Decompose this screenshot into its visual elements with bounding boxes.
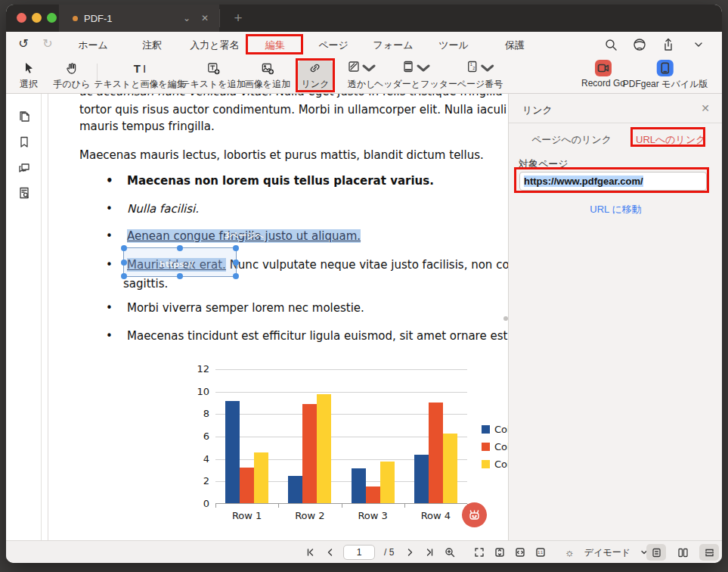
continuous-scroll-view-button[interactable] — [699, 544, 719, 561]
page-number-icon: 12 — [466, 60, 479, 76]
target-page-label: 対象ページ — [519, 157, 568, 171]
chevron-down-icon — [417, 61, 430, 75]
header-footer-icon — [401, 60, 415, 76]
panel-title: リンク — [522, 104, 553, 117]
header-footer-button[interactable]: ヘッダーとフッター — [374, 61, 457, 91]
tab-protect[interactable]: 保護 — [505, 39, 525, 52]
doc-bullet-2: •Nulla facilisi. — [127, 201, 199, 217]
support-icon[interactable] — [632, 37, 647, 52]
bookmarks-icon[interactable] — [17, 135, 32, 150]
fit-page-icon[interactable] — [472, 546, 486, 559]
share-icon[interactable] — [661, 37, 676, 52]
add-text-icon — [206, 61, 220, 76]
page-number-button[interactable]: 12 ページ番号 — [457, 61, 503, 91]
doc-line: tortor quis risus auctor condimentum. Mo… — [79, 101, 507, 118]
screenshot-stage: PDF-1 ⌄ ✕ + ↺ ↻ ホーム 注釈 入力と署名 編集 ページ フォーム… — [0, 0, 728, 572]
left-sidebar — [6, 94, 42, 540]
edit-text-image-button[interactable]: TI テキストと画像を編集 — [94, 61, 186, 91]
document-search-icon[interactable] — [17, 185, 32, 201]
doc-bullet-1: •Maecenas non lorem quis tellus placerat… — [127, 173, 434, 189]
goto-url-link[interactable]: URL に移動 — [509, 203, 722, 216]
previous-page-icon[interactable] — [324, 546, 337, 559]
selection-handle[interactable] — [121, 273, 127, 279]
tab-close-icon[interactable]: ✕ — [201, 13, 209, 23]
selection-handle[interactable] — [233, 245, 239, 251]
maximize-window-button[interactable] — [47, 13, 57, 23]
link-selection-box[interactable] — [123, 247, 237, 277]
document-tab-title: PDF-1 — [84, 13, 183, 24]
single-page-view-button[interactable] — [646, 544, 666, 561]
add-image-button[interactable]: 画像を追加 — [245, 61, 290, 91]
pdfgear-mobile-button[interactable]: PDFgear モバイル版 — [623, 61, 708, 91]
watermark-icon — [347, 60, 361, 76]
page-number-input[interactable] — [343, 545, 375, 560]
tab-annotate[interactable]: 注釈 — [142, 39, 162, 52]
redo-icon[interactable]: ↻ — [39, 36, 56, 51]
selection-handle[interactable] — [121, 245, 127, 251]
titlebar: PDF-1 ⌄ ✕ + — [6, 5, 722, 32]
page-thumbnails-icon[interactable] — [17, 109, 32, 124]
document-view[interactable]: ac accumsan nunc vehicula vitae. Nulla e… — [42, 94, 508, 540]
record-go-button[interactable]: Record Go — [581, 61, 625, 89]
first-page-icon[interactable] — [304, 546, 318, 559]
selection-handle[interactable] — [177, 273, 183, 279]
tab-edit[interactable]: 編集 — [265, 39, 285, 52]
app-window: PDF-1 ⌄ ✕ + ↺ ↻ ホーム 注釈 入力と署名 編集 ページ フォーム… — [6, 5, 722, 563]
collapse-ribbon-chevron-icon[interactable] — [691, 37, 706, 52]
page-total-label: / 5 — [384, 547, 394, 558]
doc-paragraph: Maecenas mauris lectus, lobortis et puru… — [79, 147, 484, 163]
document-tab[interactable]: PDF-1 ⌄ ✕ — [59, 5, 219, 32]
url-input[interactable]: https://www.pdfgear.com/ — [519, 172, 707, 191]
robot-icon — [467, 508, 482, 522]
selection-handle[interactable] — [233, 260, 239, 266]
minimize-window-button[interactable] — [32, 13, 42, 23]
doc-clipped-line: ac accumsan nunc vehicula vitae. Nulla e… — [79, 94, 503, 100]
selection-handle[interactable] — [233, 273, 239, 279]
fit-width-icon[interactable] — [513, 546, 527, 559]
panel-divider — [509, 123, 722, 123]
tab-home[interactable]: ホーム — [78, 39, 108, 52]
search-icon[interactable] — [603, 37, 618, 52]
close-window-button[interactable] — [17, 13, 26, 23]
undo-icon[interactable]: ↺ — [15, 36, 32, 51]
selection-handle[interactable] — [121, 260, 127, 266]
doc-bullet-5: •Morbi viverra semper lorem nec molestie… — [127, 300, 364, 316]
tab-form[interactable]: フォーム — [373, 39, 414, 52]
status-bar: / 5 — [6, 540, 722, 563]
mobile-phone-icon — [657, 60, 674, 76]
add-text-button[interactable]: テキストを追加 — [181, 61, 245, 91]
two-page-view-button[interactable] — [673, 544, 692, 561]
text-edit-icon: TI — [134, 61, 146, 76]
link-to-url-tab[interactable]: URLへのリンク — [636, 133, 706, 147]
actual-size-icon[interactable]: 1:1 — [534, 546, 547, 559]
tab-chevron-down-icon[interactable]: ⌄ — [183, 13, 191, 23]
tab-page[interactable]: ページ — [318, 39, 349, 52]
selection-handle[interactable] — [177, 245, 183, 251]
watermark-button[interactable]: 透かし — [347, 61, 376, 91]
hand-tool-button[interactable]: 手のひら — [54, 61, 91, 91]
zoom-in-icon[interactable] — [443, 546, 457, 559]
day-mode-label[interactable]: デイモード — [584, 546, 630, 559]
bar-chart — [215, 369, 467, 504]
pdf-page: ac accumsan nunc vehicula vitae. Nulla e… — [42, 94, 508, 540]
link-button[interactable]: リンク — [302, 61, 330, 91]
new-tab-button[interactable]: + — [228, 8, 248, 28]
page-link-annotation[interactable]: Aenean congue fringilla justo ut aliquam… — [127, 229, 361, 243]
fit-height-icon[interactable] — [493, 546, 507, 559]
link-panel: リンク ✕ ページへのリンク URLへのリンク 対象ページ https://ww… — [508, 94, 722, 540]
unsaved-indicator-dot — [73, 16, 78, 21]
pdfgear-assistant-button[interactable] — [462, 502, 487, 527]
next-page-icon[interactable] — [403, 546, 417, 559]
last-page-icon[interactable] — [423, 546, 436, 559]
chart-x-axis-labels: Row 1Row 2Row 3Row 4 — [215, 510, 467, 524]
svg-text:2: 2 — [473, 66, 476, 70]
hand-icon — [65, 61, 79, 76]
panel-close-icon[interactable]: ✕ — [701, 102, 710, 114]
link-to-page-tab[interactable]: ページへのリンク — [531, 133, 612, 147]
doc-line: sagittis. — [123, 275, 168, 292]
tab-tools[interactable]: ツール — [438, 39, 469, 52]
tab-fill-sign[interactable]: 入力と署名 — [190, 39, 239, 52]
chevron-down-icon — [481, 61, 494, 75]
comments-icon[interactable] — [17, 160, 32, 176]
select-tool-button[interactable]: 選択 — [20, 61, 38, 91]
